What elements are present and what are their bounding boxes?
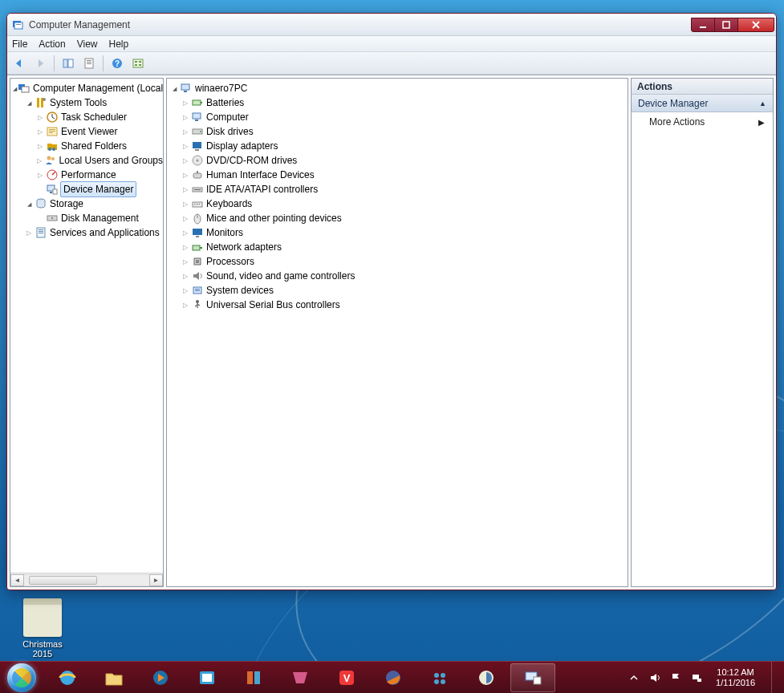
network-icon[interactable] [690,671,703,684]
device-category-label: IDE ATA/ATAPI controllers [206,182,318,197]
tree-device-manager[interactable]: Device Manager [13,182,163,197]
tree-event-viewer[interactable]: Event Viewer [13,124,163,139]
device-root[interactable]: winaero7PC [169,81,628,95]
taskbar-computer-management[interactable] [510,663,555,692]
svg-rect-92 [697,679,701,682]
taskbar-firefox[interactable] [371,663,416,692]
help-button[interactable]: ? [108,55,126,72]
show-desktop-button[interactable] [771,662,781,694]
taskbar-explorer[interactable] [91,663,136,692]
svg-rect-19 [22,87,29,92]
device-category-label: Universal Serial Bus controllers [206,298,340,312]
device-category-display-adapters[interactable]: Display adapters [169,139,628,153]
device-category-human-interface-devices[interactable]: Human Interface Devices [169,168,628,182]
svg-point-28 [48,148,51,151]
start-button[interactable] [0,662,43,694]
menu-view[interactable]: View [77,38,98,50]
scroll-thumb[interactable] [29,576,97,585]
desktop-icon-christmas-2015[interactable]: Christmas 2015 [14,598,71,659]
svg-rect-66 [193,229,202,235]
tree-shared-folders[interactable]: Shared Folders [13,139,163,153]
scroll-right-button[interactable]: ► [149,574,163,586]
device-category-batteries[interactable]: Batteries [169,95,628,110]
taskbar-app-2[interactable] [231,663,276,692]
users-icon [44,154,57,167]
menu-action[interactable]: Action [39,38,65,50]
device-category-processors[interactable]: Processors [169,254,628,269]
svg-rect-46 [201,102,202,103]
actions-section-device-manager[interactable]: Device Manager ▲ [632,95,773,112]
svg-point-29 [52,148,55,151]
show-hidden-icons[interactable] [628,671,640,684]
menu-file[interactable]: File [12,38,27,50]
tray-clock[interactable]: 10:12 AM 1/11/2016 [711,667,760,687]
taskbar-vivaldi[interactable]: V [324,663,369,692]
device-category-label: Keyboards [206,197,252,211]
tree-root[interactable]: Computer Management (Local [13,81,163,95]
device-category-network-adapters[interactable]: Network adapters [169,240,628,254]
device-category-computer[interactable]: Computer [169,110,628,124]
device-category-label: DVD/CD-ROM drives [206,153,297,168]
taskbar-media-player[interactable] [138,663,183,692]
scroll-left-button[interactable]: ◄ [10,574,24,586]
show-hide-tree-button[interactable] [59,55,77,72]
submenu-arrow-icon: ▶ [758,118,765,127]
tree-services-applications[interactable]: Services and Applications [13,225,163,240]
tree-local-users-groups[interactable]: Local Users and Groups [13,153,163,168]
device-category-disk-drives[interactable]: Disk drives [169,124,628,139]
view-mode-button[interactable] [129,55,147,72]
back-button[interactable] [10,55,28,72]
tree-task-scheduler[interactable]: Task Scheduler [13,110,163,124]
svg-rect-4 [723,22,729,28]
svg-rect-15 [139,61,141,63]
flag-icon[interactable] [669,671,682,684]
maximize-button[interactable] [714,18,738,32]
actions-item-label: More Actions [649,116,705,128]
svg-rect-14 [135,61,137,63]
device-category-ide-ata-atapi-controllers[interactable]: IDE ATA/ATAPI controllers [169,182,628,197]
scroll-track[interactable] [24,574,149,586]
horizontal-scrollbar[interactable]: ◄ ► [10,573,163,586]
device-category-dvd-cd-rom-drives[interactable]: DVD/CD-ROM drives [169,153,628,168]
device-category-monitors[interactable]: Monitors [169,225,628,240]
universal-serial-bus-controllers-icon [191,298,204,311]
svg-rect-67 [196,236,199,237]
menu-help[interactable]: Help [109,38,129,50]
tree-disk-management[interactable]: Disk Management [13,211,163,225]
device-tree[interactable]: winaero7PC BatteriesComputerDisk drivesD… [167,79,628,314]
app-icon [242,667,265,688]
taskbar-app-1[interactable] [185,663,230,692]
taskbar-app-5[interactable] [464,663,509,692]
tree-performance[interactable]: Performance [13,168,163,182]
device-category-keyboards[interactable]: Keyboards [169,197,628,211]
device-root-label: winaero7PC [195,81,247,95]
device-category-label: Computer [206,110,249,124]
services-icon [35,226,47,239]
tree-storage[interactable]: Storage [13,197,163,211]
taskbar-app-3[interactable] [278,663,323,692]
taskbar-app-4[interactable] [417,663,462,692]
device-category-universal-serial-bus-controllers[interactable]: Universal Serial Bus controllers [169,298,628,312]
system-devices-icon [191,284,204,297]
processors-icon [191,255,204,268]
device-category-mice-and-other-pointing-devices[interactable]: Mice and other pointing devices [169,211,628,225]
close-button[interactable] [737,18,774,32]
svg-point-85 [441,673,445,678]
volume-icon[interactable] [648,671,661,684]
svg-point-75 [60,671,75,685]
minimize-button[interactable] [691,18,715,32]
device-category-sound-video-and-game-controllers[interactable]: Sound, video and game controllers [169,269,628,283]
toolbar: ? [7,52,776,75]
console-tree[interactable]: Computer Management (Local System Tools … [10,79,163,573]
actions-more-actions[interactable]: More Actions ▶ [632,112,773,132]
svg-rect-58 [194,189,201,190]
forward-button[interactable] [31,55,49,72]
taskbar-ie[interactable] [45,663,90,692]
titlebar[interactable]: Computer Management [7,14,776,36]
device-category-label: Batteries [206,95,244,110]
tray-date: 1/11/2016 [716,678,755,688]
properties-button[interactable] [80,55,98,72]
svg-rect-34 [50,192,52,193]
device-category-system-devices[interactable]: System devices [169,283,628,298]
tree-system-tools[interactable]: System Tools [13,95,163,110]
